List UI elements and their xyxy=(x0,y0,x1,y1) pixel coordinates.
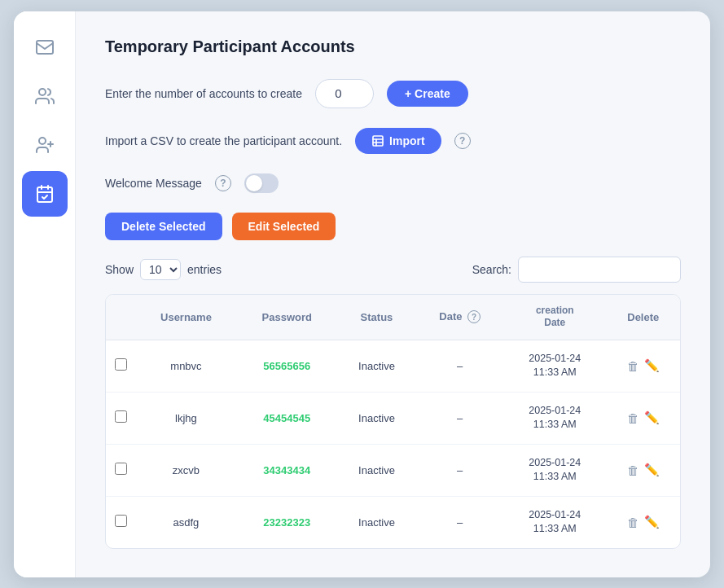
entries-label: entries xyxy=(187,263,222,276)
row-creation-date: 2025-01-2411:33 AM xyxy=(503,340,607,392)
row-checkbox-3[interactable] xyxy=(115,515,127,527)
row-date: – xyxy=(416,392,503,444)
toggle-knob xyxy=(246,175,262,191)
row-checkbox-0[interactable] xyxy=(115,358,127,371)
page-title: Temporary Participant Accounts xyxy=(105,37,681,56)
sidebar-item-schedule[interactable] xyxy=(22,171,68,217)
row-status: Inactive xyxy=(337,496,417,548)
row-creation-date: 2025-01-2411:33 AM xyxy=(503,444,607,496)
row-password: 34343434 xyxy=(237,444,337,496)
welcome-label: Welcome Message xyxy=(105,177,202,190)
table-row: asdfg 23232323 Inactive – 2025-01-2411:3… xyxy=(106,496,680,548)
row-username: asdfg xyxy=(135,496,237,548)
edit-selected-button[interactable]: Edit Selected xyxy=(232,213,336,240)
action-bar: Delete Selected Edit Selected xyxy=(105,213,681,240)
row-password: 23232323 xyxy=(237,496,337,548)
show-entries: Show 10 25 50 entries xyxy=(105,259,222,280)
participants-icon xyxy=(35,86,55,106)
row-date: – xyxy=(416,496,503,548)
row-status: Inactive xyxy=(337,392,417,444)
show-label: Show xyxy=(105,263,134,276)
col-creation-date: creationDate xyxy=(503,295,607,340)
accounts-number-input[interactable] xyxy=(315,79,374,108)
sidebar xyxy=(14,11,76,577)
edit-row-icon[interactable]: ✏️ xyxy=(644,463,660,477)
row-username: mnbvc xyxy=(135,340,237,392)
row-date: – xyxy=(416,340,503,392)
row-status: Inactive xyxy=(337,340,417,392)
table-controls: Show 10 25 50 entries Search: xyxy=(105,257,681,283)
row-checkbox-cell xyxy=(106,496,135,548)
table-body: mnbvc 56565656 Inactive – 2025-01-2411:3… xyxy=(106,340,680,548)
row-creation-date: 2025-01-2411:33 AM xyxy=(503,496,607,548)
row-checkbox-cell xyxy=(106,444,135,496)
edit-row-icon[interactable]: ✏️ xyxy=(644,515,660,529)
table-row: mnbvc 56565656 Inactive – 2025-01-2411:3… xyxy=(106,340,680,392)
welcome-help-icon[interactable]: ? xyxy=(215,175,231,191)
row-password: 45454545 xyxy=(237,392,337,444)
row-checkbox-2[interactable] xyxy=(115,463,127,475)
sidebar-item-add-user[interactable] xyxy=(22,122,68,168)
delete-row-icon[interactable]: 🗑 xyxy=(627,359,639,373)
import-section: Import a CSV to create the participant a… xyxy=(105,128,681,154)
add-user-icon xyxy=(35,135,55,155)
mail-icon xyxy=(35,37,55,57)
delete-row-icon[interactable]: 🗑 xyxy=(627,463,639,477)
sidebar-item-participants[interactable] xyxy=(22,73,68,119)
row-status: Inactive xyxy=(337,444,417,496)
edit-row-icon[interactable]: ✏️ xyxy=(644,410,660,425)
row-username: lkjhg xyxy=(135,392,237,444)
row-checkbox-cell xyxy=(106,340,135,392)
main-content: Temporary Participant Accounts Enter the… xyxy=(76,11,710,577)
svg-point-2 xyxy=(39,138,46,144)
delete-selected-button[interactable]: Delete Selected xyxy=(105,213,222,240)
import-help-icon[interactable]: ? xyxy=(454,133,471,149)
date-help-icon: ? xyxy=(467,310,480,323)
create-label: Enter the number of accounts to create xyxy=(105,87,302,100)
svg-rect-9 xyxy=(373,136,383,146)
col-password: Password xyxy=(237,295,337,340)
svg-rect-5 xyxy=(37,187,52,202)
row-actions: 🗑 ✏️ xyxy=(607,444,680,496)
edit-row-icon[interactable]: ✏️ xyxy=(644,358,660,373)
row-actions: 🗑 ✏️ xyxy=(607,392,680,444)
welcome-section: Welcome Message ? xyxy=(105,173,681,193)
schedule-icon xyxy=(35,184,55,204)
import-button[interactable]: Import xyxy=(355,128,441,154)
entries-select[interactable]: 10 25 50 xyxy=(140,259,181,280)
col-delete: Delete xyxy=(607,295,680,340)
data-table: Username Password Status Date ? creation… xyxy=(105,294,681,549)
delete-row-icon[interactable]: 🗑 xyxy=(627,516,639,529)
create-button[interactable]: + Create xyxy=(387,81,468,107)
import-button-label: Import xyxy=(389,134,425,147)
row-actions: 🗑 ✏️ xyxy=(607,496,680,548)
table-header-row: Username Password Status Date ? creation… xyxy=(106,295,680,340)
col-status: Status xyxy=(337,295,417,340)
svg-point-1 xyxy=(39,89,46,95)
accounts-table: Username Password Status Date ? creation… xyxy=(106,295,680,548)
import-label: Import a CSV to create the participant a… xyxy=(105,134,342,147)
welcome-toggle[interactable] xyxy=(244,173,279,193)
delete-row-icon[interactable]: 🗑 xyxy=(627,411,639,425)
table-row: zxcvb 34343434 Inactive – 2025-01-2411:3… xyxy=(106,444,680,496)
create-section: Enter the number of accounts to create +… xyxy=(105,79,681,108)
table-row: lkjhg 45454545 Inactive – 2025-01-2411:3… xyxy=(106,392,680,444)
col-checkbox xyxy=(106,295,135,340)
row-password: 56565656 xyxy=(237,340,337,392)
row-actions: 🗑 ✏️ xyxy=(607,340,680,392)
row-username: zxcvb xyxy=(135,444,237,496)
search-input[interactable] xyxy=(518,257,681,283)
svg-rect-0 xyxy=(37,41,53,54)
search-row: Search: xyxy=(472,257,681,283)
row-checkbox-1[interactable] xyxy=(115,410,127,423)
search-label: Search: xyxy=(472,263,511,276)
create-button-label: + Create xyxy=(405,87,450,100)
col-date: Date ? xyxy=(416,295,503,340)
row-checkbox-cell xyxy=(106,392,135,444)
col-username: Username xyxy=(135,295,237,340)
row-date: – xyxy=(416,444,503,496)
table-icon xyxy=(371,134,384,147)
sidebar-item-mail[interactable] xyxy=(22,24,68,70)
row-creation-date: 2025-01-2411:33 AM xyxy=(503,392,607,444)
